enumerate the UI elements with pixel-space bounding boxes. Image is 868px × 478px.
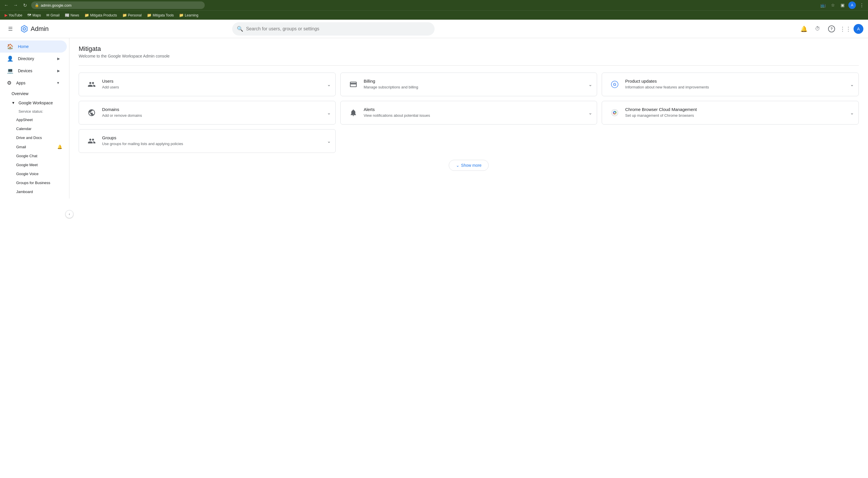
split-view-button[interactable]: ▣ — [838, 1, 847, 9]
alerts-card-expand-icon: ⌄ — [588, 110, 592, 116]
admin-roles-button[interactable]: ⏱ — [812, 23, 824, 35]
workspace-expand-icon: ▼ — [11, 101, 15, 105]
devices-expand-icon: ▶ — [57, 69, 60, 73]
card-alerts[interactable]: Alerts View notifications about potentia… — [340, 101, 597, 125]
card-billing[interactable]: Billing Manage subscriptions and billing… — [340, 72, 597, 96]
drive-docs-label: Drive and Docs — [16, 135, 42, 140]
sidebar-item-directory[interactable]: 👤 Directory ▶ — [0, 53, 67, 65]
gmail-icon: ✉ — [46, 13, 50, 17]
header-actions: 🔔 ⏱ ? ⋮⋮ A — [798, 23, 863, 35]
folder-icon-3: 📁 — [147, 13, 152, 17]
app-logo[interactable]: Admin — [20, 24, 49, 34]
content-area: Mitigata Welcome to the Google Workspace… — [69, 38, 868, 478]
app-header: ☰ Admin 🔍 🔔 ⏱ ? ⋮⋮ — [0, 20, 868, 38]
bookmarks-bar: ▶ YouTube 🗺 Maps ✉ Gmail 📰 News 📁 Mitiga… — [0, 10, 868, 20]
sidebar-subitem-appsheet[interactable]: AppSheet — [0, 115, 69, 124]
news-icon: 📰 — [65, 13, 69, 17]
card-groups[interactable]: Groups Use groups for mailing lists and … — [79, 129, 336, 153]
svg-text:G: G — [613, 82, 616, 87]
gmail-app-label: Gmail — [16, 145, 26, 149]
chrome-browser-card-icon — [609, 107, 620, 119]
card-domains[interactable]: Domains Add or remove domains ⌄ — [79, 101, 336, 125]
collapse-icon: ‹ — [69, 212, 70, 216]
sidebar-subitem-overview[interactable]: Overview — [0, 89, 69, 98]
sidebar-item-home[interactable]: 🏠 Home — [0, 40, 67, 53]
show-more-label: Show more — [461, 163, 482, 168]
service-status-label: Service status: — [19, 109, 43, 114]
search-input-wrapper: 🔍 — [232, 22, 435, 36]
card-chrome-browser[interactable]: Chrome Browser Cloud Management Set up m… — [602, 101, 859, 125]
address-bar[interactable]: 🔒 admin.google.com — [31, 1, 205, 9]
sidebar-subitem-google-meet[interactable]: Google Meet — [0, 160, 69, 169]
notifications-button[interactable]: 🔔 — [798, 23, 810, 35]
product-updates-card-desc: Information about new features and impro… — [625, 85, 851, 90]
search-input[interactable] — [246, 26, 430, 32]
google-voice-label: Google Voice — [16, 172, 38, 176]
domains-card-desc: Add or remove domains — [102, 113, 329, 118]
chrome-browser-card-title: Chrome Browser Cloud Management — [625, 107, 851, 112]
sidebar-subitem-groups-for-business[interactable]: Groups for Business — [0, 178, 69, 187]
chrome-browser-bar: ← → ↻ 🔒 admin.google.com 📺 ☆ ▣ A ⋮ — [0, 0, 868, 10]
bookmark-maps[interactable]: 🗺 Maps — [25, 12, 43, 19]
sidebar-subitem-jamboard[interactable]: Jamboard — [0, 187, 69, 196]
user-avatar[interactable]: A — [854, 24, 863, 34]
help-button[interactable]: ? — [826, 23, 837, 35]
sidebar-subitem-calendar[interactable]: Calendar — [0, 124, 69, 133]
users-card-expand-icon: ⌄ — [327, 82, 331, 87]
chrome-actions: 📺 ☆ ▣ A ⋮ — [819, 1, 866, 9]
apps-expand-icon: ▼ — [56, 81, 60, 85]
sidebar-item-directory-label: Directory — [18, 56, 34, 61]
sidebar-collapse-button[interactable]: ‹ — [65, 210, 73, 218]
folder-icon-1: 📁 — [85, 13, 89, 17]
alerts-card-icon — [347, 107, 359, 119]
chrome-profile[interactable]: A — [848, 1, 856, 9]
groups-for-business-label: Groups for Business — [16, 181, 50, 185]
sidebar-subitem-google-chat[interactable]: Google Chat — [0, 152, 69, 160]
sidebar-item-home-label: Home — [18, 44, 29, 49]
product-updates-card-expand-icon: ⌄ — [850, 82, 854, 87]
main-layout: 🏠 Home 👤 Directory ▶ 💻 Devices ▶ ⚙ Apps … — [0, 38, 868, 478]
domains-card-title: Domains — [102, 107, 329, 112]
show-more-button[interactable]: ⌄ Show more — [449, 160, 489, 171]
chrome-menu-button[interactable]: ⋮ — [858, 1, 866, 9]
chrome-browser-card-expand-icon: ⌄ — [850, 110, 854, 116]
sidebar-item-devices[interactable]: 💻 Devices ▶ — [0, 65, 67, 77]
bookmark-learning[interactable]: 📁 Learning — [177, 12, 201, 19]
back-button[interactable]: ← — [2, 1, 10, 9]
domains-card-expand-icon: ⌄ — [327, 110, 331, 116]
svg-point-8 — [614, 112, 616, 114]
bookmark-gmail[interactable]: ✉ Gmail — [44, 12, 62, 19]
hamburger-menu-button[interactable]: ☰ — [5, 23, 16, 35]
jamboard-label: Jamboard — [16, 190, 33, 194]
page-org-name: Mitigata — [79, 45, 859, 53]
sidebar-subitem-drive-docs[interactable]: Drive and Docs — [0, 133, 69, 142]
forward-button[interactable]: → — [11, 1, 20, 9]
card-users[interactable]: Users Add users ⌄ — [79, 72, 336, 96]
sidebar-subitem-google-voice[interactable]: Google Voice — [0, 169, 69, 178]
users-card-icon — [86, 78, 97, 90]
groups-card-expand-icon: ⌄ — [327, 138, 331, 144]
apps-grid-button[interactable]: ⋮⋮ — [840, 23, 851, 35]
groups-card-desc: Use groups for mailing lists and applyin… — [102, 141, 329, 147]
bookmark-personal[interactable]: 📁 Personal — [120, 12, 144, 19]
nav-buttons: ← → ↻ — [2, 1, 29, 9]
cast-button[interactable]: 📺 — [819, 1, 827, 9]
calendar-label: Calendar — [16, 127, 32, 131]
show-more-container: ⌄ Show more — [79, 160, 859, 171]
card-product-updates[interactable]: G Product updates Information about new … — [602, 72, 859, 96]
bookmark-mitigata-tools[interactable]: 📁 Mitigata Tools — [145, 12, 176, 19]
cards-row-3: Groups Use groups for mailing lists and … — [79, 129, 859, 153]
google-chat-label: Google Chat — [16, 154, 37, 158]
apps-icon: ⚙ — [7, 80, 11, 86]
bookmark-mitigata-products[interactable]: 📁 Mitigata Products — [82, 12, 119, 19]
sidebar-item-apps[interactable]: ⚙ Apps ▼ — [0, 77, 67, 89]
reload-button[interactable]: ↻ — [21, 1, 29, 9]
bookmark-news[interactable]: 📰 News — [62, 12, 82, 19]
sidebar-subitem-google-workspace[interactable]: ▼ Google Workspace — [0, 98, 69, 107]
billing-card-icon — [347, 78, 359, 90]
billing-card-title: Billing — [364, 78, 590, 84]
bookmark-button[interactable]: ☆ — [829, 1, 837, 9]
bookmark-youtube[interactable]: ▶ YouTube — [2, 12, 25, 19]
sidebar-subitem-gmail[interactable]: Gmail 🔔 — [0, 142, 69, 152]
chrome-browser-card-desc: Set up management of Chrome browsers — [625, 113, 851, 118]
